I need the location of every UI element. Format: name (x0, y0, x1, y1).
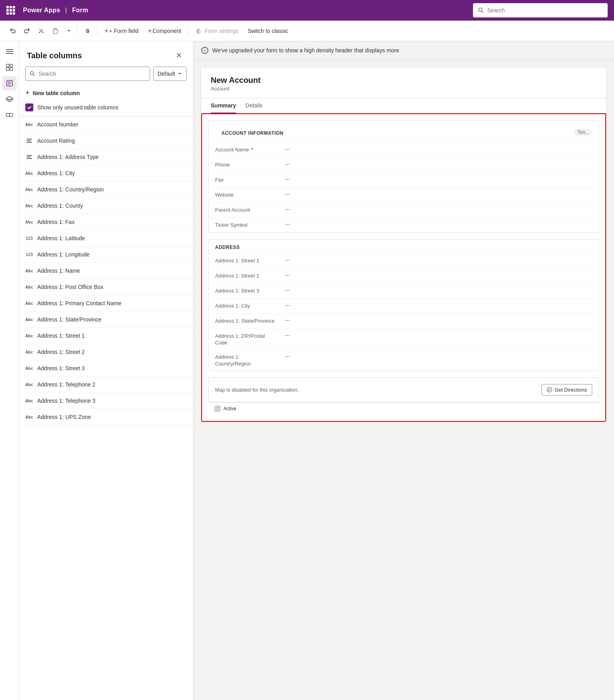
svg-rect-22 (27, 157, 31, 157)
separator-3 (188, 26, 189, 36)
settings-icon (196, 28, 202, 34)
list-item[interactable]: Abc Address 1: Fax (19, 214, 193, 230)
global-search-box[interactable] (473, 3, 608, 17)
field-value: --- (285, 353, 290, 359)
new-table-column-button[interactable]: + New table column (19, 86, 193, 100)
chevron-down-icon (177, 71, 182, 76)
field-label: Address 1: ZIP/PostalCode (215, 332, 278, 346)
form-settings-button[interactable]: Form settings (192, 25, 242, 36)
info-banner: i We've upgraded your form to show a hig… (193, 41, 614, 60)
svg-point-0 (479, 8, 482, 11)
show-unused-label: Show only unused table columns (37, 104, 118, 111)
get-directions-button[interactable]: Get Directions (542, 384, 592, 396)
abc-icon-3: Abc (25, 186, 33, 193)
field-row: Ticker Symbol --- (209, 218, 599, 233)
section-header-row: ACCOUNT INFORMATION Tim... (209, 121, 599, 142)
app-title: Power Apps | Form (23, 7, 88, 14)
field-label: Address 1: City (215, 302, 278, 310)
search-input[interactable] (487, 7, 603, 13)
field-value: --- (285, 287, 290, 293)
list-item[interactable]: 123 Address 1: Longitude (19, 247, 193, 263)
field-value: --- (285, 272, 290, 278)
list-item[interactable]: Abc Address 1: Primary Contact Name (19, 295, 193, 312)
timeline-badge: Tim... (574, 129, 592, 136)
cut-button[interactable] (35, 25, 48, 36)
field-row: Fax --- (209, 172, 599, 187)
nav-menu-icon[interactable] (2, 44, 17, 59)
list-icon (25, 137, 33, 145)
show-unused-checkbox[interactable] (25, 103, 33, 111)
list-item[interactable]: Abc Address 1: Street 1 (19, 328, 193, 344)
list-item[interactable]: Abc Address 1: UPS Zone (19, 409, 193, 425)
search-icon (478, 7, 484, 13)
list-item[interactable]: Abc Address 1: Street 2 (19, 344, 193, 360)
field-row: Address 1: Street 2 --- (209, 268, 599, 283)
filter-dropdown[interactable]: Default (153, 67, 187, 81)
search-icon-small (30, 71, 35, 77)
list-item[interactable]: Abc Address 1: Country/Region (19, 182, 193, 198)
paste-button[interactable] (49, 25, 62, 36)
delete-button[interactable] (81, 25, 94, 36)
sidebar-search-box[interactable] (25, 67, 150, 81)
abc-icon-5: Abc (25, 218, 33, 226)
sidebar-panel: Table columns ✕ Default + New table colu… (19, 41, 193, 700)
tab-summary[interactable]: Summary (211, 98, 236, 113)
field-label: Parent Account (215, 206, 278, 214)
map-disabled-text: Map is disabled for this organization. (215, 387, 299, 393)
field-row: Parent Account --- (209, 203, 599, 218)
column-search-input[interactable] (38, 71, 146, 77)
list-item[interactable]: Abc Account Number (19, 117, 193, 133)
abc-icon-7: Abc (25, 283, 33, 291)
nav-layers-icon[interactable] (2, 92, 17, 106)
plus-icon-3: + (25, 89, 30, 97)
list-item[interactable]: Abc Address 1: Name (19, 263, 193, 279)
separator-1 (78, 26, 78, 36)
section-title-account-info: ACCOUNT INFORMATION (215, 126, 290, 139)
sidebar-header: Table columns ✕ (19, 41, 193, 67)
nav-blocks-icon[interactable] (2, 108, 17, 122)
list-item[interactable]: Abc Address 1: Street 3 (19, 360, 193, 377)
abc-icon-12: Abc (25, 364, 33, 372)
show-unused-row[interactable]: Show only unused table columns (19, 100, 193, 116)
app-grid-icon[interactable] (6, 6, 15, 15)
form-tabs: Summary Details (201, 98, 606, 113)
switch-classic-button[interactable]: Switch to classic (244, 25, 292, 36)
field-row: Address 1: ZIP/PostalCode --- (209, 329, 599, 350)
sidebar-title: Table columns (27, 51, 82, 60)
list-item[interactable]: Abc Address 1: Telephone 2 (19, 377, 193, 393)
svg-rect-3 (6, 49, 13, 50)
list-item[interactable]: Abc Address 1: Telephone 3 (19, 393, 193, 409)
form-body: ACCOUNT INFORMATION Tim... Account Name … (201, 113, 606, 422)
topbar: Power Apps | Form (0, 0, 614, 21)
redo-button[interactable] (21, 25, 33, 36)
nav-form-icon[interactable] (2, 76, 17, 90)
svg-rect-9 (10, 68, 13, 71)
field-value: --- (285, 161, 290, 167)
dropdown-button[interactable] (63, 26, 74, 36)
account-information-section: ACCOUNT INFORMATION Tim... Account Name … (208, 120, 599, 233)
list-item[interactable]: Abc Address 1: City (19, 165, 193, 182)
abc-icon: Abc (25, 120, 33, 128)
field-value: --- (285, 332, 290, 338)
add-component-button[interactable]: + Component (144, 25, 185, 37)
undo-button[interactable] (6, 25, 19, 36)
svg-rect-18 (27, 139, 32, 140)
list-item[interactable]: Abc Address 1: Post Office Box (19, 279, 193, 295)
list-item[interactable]: Abc Address 1: County (19, 198, 193, 214)
svg-point-24 (547, 387, 552, 392)
plus-icon-2: + (148, 27, 152, 34)
main-layout: Table columns ✕ Default + New table colu… (0, 41, 614, 700)
nav-dashboard-icon[interactable] (2, 60, 17, 75)
field-row: Website --- (209, 187, 599, 203)
list-item[interactable]: 123 Address 1: Latitude (19, 230, 193, 247)
svg-rect-23 (27, 158, 32, 159)
add-form-field-button[interactable]: + + Form field (101, 25, 143, 37)
columns-list: Abc Account Number Account Rating Addres… (19, 116, 193, 700)
sidebar-close-button[interactable]: ✕ (172, 49, 185, 62)
list-item[interactable]: Account Rating (19, 133, 193, 149)
form-preview: New Account Account Summary Details (193, 60, 614, 700)
tab-details[interactable]: Details (246, 98, 263, 113)
list-item[interactable]: Abc Address 1: State/Province (19, 312, 193, 328)
list-item[interactable]: Address 1: Address Type (19, 149, 193, 165)
info-text: We've upgraded your form to show a high … (212, 47, 399, 54)
